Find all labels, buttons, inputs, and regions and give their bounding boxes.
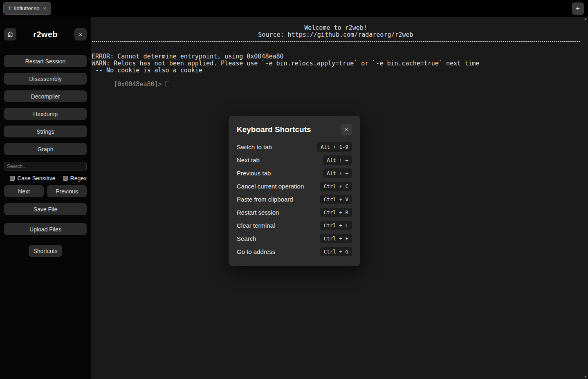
shortcut-keys-badge: Alt + 1-9 [317, 142, 352, 152]
modal-header: Keyboard Shortcuts × [237, 124, 352, 135]
warn-line: WARN: Relocs has not been applied. Pleas… [92, 60, 580, 67]
shortcut-row: Clear terminal Ctrl + L [237, 219, 352, 232]
terminal-log: ERROR: Cannot determine entrypoint, usin… [92, 53, 580, 95]
shortcut-keys-badge: Ctrl + V [320, 195, 352, 204]
tab-label: 1: libflutter.so [8, 5, 40, 11]
shortcut-keys-badge: Alt + → [323, 155, 352, 165]
terminal-divider-bottom [92, 41, 580, 42]
new-tab-button[interactable]: + [572, 2, 584, 15]
shortcut-keys-badge: Ctrl + R [320, 208, 352, 217]
shortcut-row: Search Ctrl + F [237, 232, 352, 245]
terminal-divider-top [92, 21, 580, 21]
shortcut-keys-badge: Ctrl + F [320, 234, 352, 243]
prompt-line: [0x0048ea80]> [92, 74, 580, 95]
error-line: ERROR: Cannot determine entrypoint, usin… [92, 53, 580, 60]
shortcut-row: Switch to tab Alt + 1-9 [237, 140, 352, 153]
shortcut-action-label: Restart session [237, 209, 279, 216]
shortcut-keys-badge: Ctrl + L [320, 221, 352, 230]
tab-libflutter[interactable]: 1: libflutter.so × [3, 2, 51, 15]
regex-label: Regex [70, 175, 87, 182]
shortcut-keys-badge: Ctrl + G [320, 247, 352, 256]
previous-button[interactable]: Previous [47, 185, 87, 197]
case-sensitive-label: Case Sensitive [17, 175, 55, 182]
decompiler-button[interactable]: Decompiler [4, 90, 87, 102]
keyboard-shortcuts-modal: Keyboard Shortcuts × Switch to tab Alt +… [229, 116, 360, 266]
shortcut-keys-badge: Ctrl + C [320, 182, 352, 191]
shortcut-action-label: Search [237, 235, 256, 242]
shortcut-action-label: Switch to tab [237, 144, 272, 150]
vertical-scrollbar[interactable]: ▲ ▼ [583, 17, 588, 379]
restart-session-button[interactable]: Restart Session [4, 55, 87, 67]
shortcut-action-label: Clear terminal [237, 222, 275, 229]
search-options-row: Case Sensitive Regex [4, 175, 87, 182]
home-button[interactable] [4, 28, 16, 40]
cookie-line: -- No cookie is also a cookie [92, 67, 580, 74]
search-input[interactable] [4, 162, 87, 170]
modal-close-button[interactable]: × [341, 124, 352, 135]
regex-checkbox[interactable] [63, 176, 68, 181]
shortcut-action-label: Paste from clipboard [237, 196, 293, 203]
shortcut-list: Switch to tab Alt + 1-9 Next tab Alt + →… [237, 140, 352, 258]
tab-close-icon[interactable]: × [43, 6, 47, 11]
sidebar-close-button[interactable]: × [74, 28, 87, 40]
search-nav-row: Next Previous [4, 185, 87, 197]
shortcut-action-label: Cancel current operation [237, 183, 304, 190]
shortcut-row: Paste from clipboard Ctrl + V [237, 193, 352, 206]
shortcuts-button[interactable]: Shortcuts [29, 245, 62, 257]
home-icon [7, 31, 13, 38]
shortcut-action-label: Previous tab [237, 170, 271, 177]
app-title: r2web [33, 30, 57, 39]
top-bar: 1: libflutter.so × + [0, 0, 588, 17]
terminal-prompt: [0x0048ea80]> [114, 81, 162, 88]
case-sensitive-checkbox[interactable] [10, 176, 15, 181]
source-line: Source: https://github.com/radareorg/r2w… [92, 31, 580, 38]
scroll-up-icon[interactable]: ▲ [584, 17, 587, 21]
shortcut-action-label: Next tab [237, 157, 260, 164]
shortcut-action-label: Go to address [237, 248, 275, 255]
graph-button[interactable]: Graph [4, 143, 87, 155]
sidebar-buttons: Restart Session Disassembly Decompiler H… [4, 55, 87, 155]
sidebar: r2web × Restart Session Disassembly Deco… [0, 17, 91, 379]
shortcut-row: Next tab Alt + → [237, 153, 352, 166]
shortcut-keys-badge: Alt + ← [323, 168, 352, 178]
next-button[interactable]: Next [4, 185, 44, 197]
shortcut-row: Previous tab Alt + ← [237, 166, 352, 179]
strings-button[interactable]: Strings [4, 126, 87, 137]
upload-files-button[interactable]: Upload Files [4, 223, 87, 235]
shortcut-row: Restart session Ctrl + R [237, 206, 352, 219]
shortcut-row: Go to address Ctrl + G [237, 245, 352, 258]
welcome-line: Welcome to r2web! [92, 25, 580, 31]
save-file-button[interactable]: Save File [4, 203, 87, 215]
sidebar-header: r2web × [4, 28, 87, 41]
disassembly-button[interactable]: Disassembly [4, 73, 87, 85]
modal-title: Keyboard Shortcuts [237, 125, 311, 134]
shortcut-row: Cancel current operation Ctrl + C [237, 179, 352, 193]
scroll-down-icon[interactable]: ▼ [584, 375, 587, 379]
hexdump-button[interactable]: Hexdump [4, 108, 87, 120]
terminal-cursor [166, 81, 169, 87]
